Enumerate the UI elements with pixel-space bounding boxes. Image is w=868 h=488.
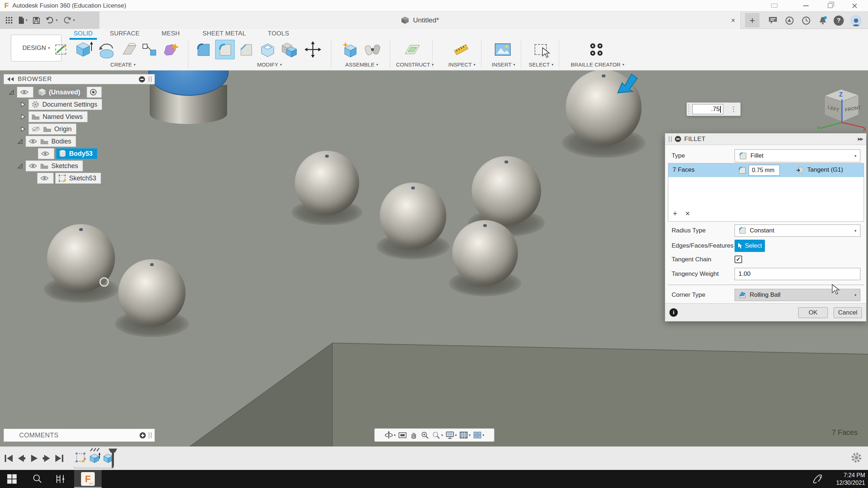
insert-button[interactable] xyxy=(493,40,512,59)
viewport-scene[interactable]: 7 Faces BROWSER (Unsaved) Document Setti… xyxy=(0,70,868,446)
selection-set-row-selected[interactable]: 7 Faces 0.75 mm Tangent (G1) xyxy=(668,163,864,177)
clock-icon[interactable] xyxy=(800,14,812,27)
browser-row-document-settings[interactable]: Document Settings xyxy=(19,99,102,110)
browser-row-root[interactable]: (Unsaved) xyxy=(7,87,102,98)
orbit-tool[interactable]: ▾ xyxy=(384,431,396,440)
pen-settings-icon[interactable] xyxy=(812,474,825,485)
tangency-weight-field[interactable]: 1.00 xyxy=(735,268,860,280)
timeline-extrude-feature[interactable] xyxy=(88,451,101,464)
panel-grip-icon[interactable] xyxy=(669,136,672,142)
move-button[interactable] xyxy=(303,40,323,59)
dropdown-caret-icon[interactable]: ▾ xyxy=(441,433,443,437)
avatar[interactable] xyxy=(850,14,862,27)
help-icon[interactable]: ? xyxy=(833,14,845,27)
construct-plane-button[interactable] xyxy=(403,40,422,59)
group-label-modify[interactable]: MODIFY▾ xyxy=(257,61,282,68)
radius-field[interactable]: 0.75 mm xyxy=(749,165,780,176)
comments-bar[interactable]: COMMENTS xyxy=(4,429,155,442)
task-view-icon[interactable] xyxy=(54,473,67,485)
close-button[interactable] xyxy=(846,0,863,11)
extrude-button[interactable] xyxy=(74,40,94,59)
job-status-icon[interactable] xyxy=(783,14,796,27)
braille-dots-button[interactable] xyxy=(587,40,606,59)
browser-row-body53-selected[interactable]: Body53 xyxy=(38,148,97,159)
eye-icon[interactable] xyxy=(40,175,49,181)
browser-row-sketch53[interactable]: Sketch53 xyxy=(37,173,101,184)
tab-surface[interactable]: SURFACE xyxy=(110,30,140,37)
browser-row-origin[interactable]: Origin xyxy=(19,124,76,134)
type-dropdown[interactable]: Fillet ▾ xyxy=(735,149,860,162)
timeline-position-marker[interactable] xyxy=(108,448,118,468)
eye-hidden-icon[interactable] xyxy=(31,126,40,132)
minimize-button[interactable] xyxy=(797,0,814,11)
select-edges-button[interactable]: Select xyxy=(735,240,765,252)
eye-icon[interactable] xyxy=(29,163,37,169)
radius-type-dropdown[interactable]: Constant ▾ xyxy=(735,224,860,237)
browser-row-sketches[interactable]: Sketches xyxy=(16,160,83,171)
press-pull-button[interactable] xyxy=(193,40,213,59)
sweep-button[interactable] xyxy=(119,40,139,59)
eye-icon[interactable] xyxy=(20,89,29,95)
collapsed-arrow-icon[interactable] xyxy=(19,100,27,108)
blue-cylinder-body[interactable] xyxy=(148,70,229,128)
timeline-go-to-end-button[interactable] xyxy=(54,453,64,463)
dock-panel-icon[interactable]: ▶▶ xyxy=(858,137,863,141)
browser-header[interactable]: BROWSER xyxy=(4,74,155,84)
drag-handle-icon[interactable] xyxy=(688,104,689,114)
dropdown-caret-icon[interactable]: ▾ xyxy=(455,433,457,437)
dropdown-caret-icon[interactable]: ▾ xyxy=(394,433,396,437)
document-tab[interactable]: Untitled* × xyxy=(99,12,741,29)
hemisphere-dome[interactable] xyxy=(452,220,518,286)
create-sketch-button[interactable] xyxy=(51,40,71,59)
zoom-tool[interactable] xyxy=(421,431,429,440)
display-settings-tool[interactable]: ▾ xyxy=(446,431,457,440)
tab-close-button[interactable]: × xyxy=(729,16,737,25)
add-comment-icon[interactable] xyxy=(140,432,146,438)
tab-tools[interactable]: TOOLS xyxy=(268,30,289,37)
file-menu-button[interactable]: ▾ xyxy=(18,16,27,24)
collapse-panel-icon[interactable] xyxy=(7,77,14,82)
app-grid-icon[interactable] xyxy=(5,16,13,24)
info-icon[interactable]: i xyxy=(669,308,678,317)
timeline-play-button[interactable] xyxy=(29,453,39,463)
restore-button[interactable] xyxy=(822,0,838,11)
expanded-arrow-icon[interactable] xyxy=(16,162,24,170)
new-tab-button[interactable]: + xyxy=(745,13,760,27)
comments-bubble-icon[interactable] xyxy=(767,14,779,27)
group-label-create[interactable]: CREATE▾ xyxy=(110,61,136,68)
eye-icon[interactable] xyxy=(41,151,50,157)
timeline-sketch-feature[interactable] xyxy=(74,451,87,464)
timeline-go-to-start-button[interactable] xyxy=(4,453,14,463)
timeline-step-forward-button[interactable] xyxy=(42,453,52,463)
cancel-button[interactable]: Cancel xyxy=(834,307,862,318)
minimize-panel-icon[interactable] xyxy=(139,76,145,82)
radius-value-field[interactable]: .75 xyxy=(692,104,723,114)
expanded-arrow-icon[interactable] xyxy=(7,88,15,96)
ok-button[interactable]: OK xyxy=(798,307,828,318)
group-label-insert[interactable]: INSERT▾ xyxy=(492,61,515,68)
grid-settings-tool[interactable]: ▾ xyxy=(459,431,471,439)
notifications-bell-icon[interactable] xyxy=(817,14,829,27)
group-label-braille-creator[interactable]: BRAILLE CREATOR▾ xyxy=(571,61,624,68)
collapse-dialog-icon[interactable] xyxy=(675,136,681,142)
group-label-construct[interactable]: CONSTRUCT▾ xyxy=(396,61,434,68)
visibility-chip[interactable] xyxy=(17,87,33,98)
tab-sheet-metal[interactable]: SHEET METAL xyxy=(203,30,246,37)
shell-button[interactable] xyxy=(258,40,277,59)
browser-row-bodies[interactable]: Bodies xyxy=(16,136,76,147)
collapsed-arrow-icon[interactable] xyxy=(19,113,27,121)
manipulator-arrow-icon[interactable] xyxy=(615,70,644,96)
visibility-chip[interactable] xyxy=(38,148,54,159)
viewports-tool[interactable]: ▾ xyxy=(473,431,484,439)
dropdown-caret-icon[interactable]: ▾ xyxy=(469,433,471,437)
pattern-button[interactable] xyxy=(140,40,159,59)
remove-selection-button[interactable]: × xyxy=(685,209,690,218)
chamfer-button[interactable] xyxy=(236,40,256,59)
radius-manipulator-input[interactable]: .75 ⋮ xyxy=(686,102,741,116)
timeline-step-back-button[interactable] xyxy=(16,453,26,463)
start-button[interactable] xyxy=(6,473,18,485)
hemisphere-dome[interactable] xyxy=(295,151,359,215)
group-label-inspect[interactable]: INSPECT▾ xyxy=(448,61,475,68)
add-selection-button[interactable]: + xyxy=(673,209,677,218)
dialog-header[interactable]: FILLET ▶▶ xyxy=(665,133,866,145)
